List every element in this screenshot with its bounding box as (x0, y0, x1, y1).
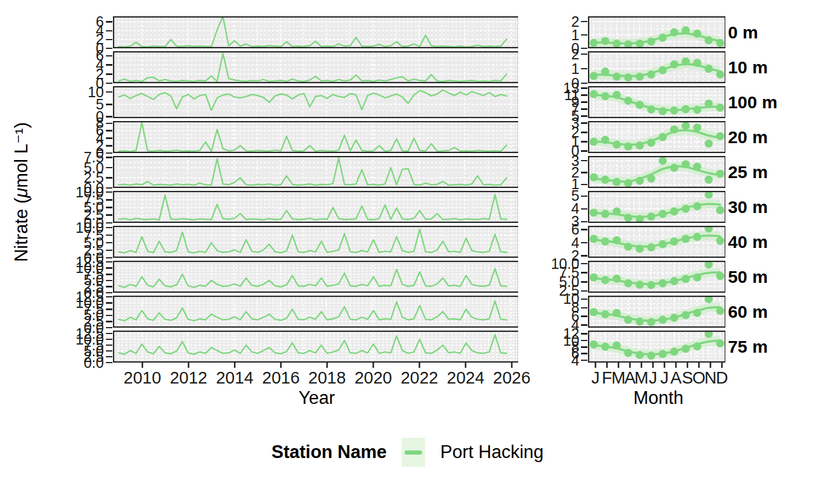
y-tick-mark (106, 167, 112, 169)
monthly-mean-point (601, 237, 610, 246)
monthly-mean-point (612, 178, 621, 186)
timeseries-panel-20m (113, 121, 518, 153)
monthly-mean-point (670, 29, 678, 37)
y-tick-mark (581, 141, 587, 143)
climatology-panel-40m (588, 226, 725, 258)
y-tick-mark (106, 214, 112, 216)
y-tick-mark (106, 267, 112, 269)
y-axis-right-25m: 123 (543, 156, 588, 188)
timeseries-panel-100m (113, 86, 518, 118)
y-tick-mark (581, 160, 587, 162)
monthly-mean-point (590, 274, 598, 282)
y-tick-mark (106, 261, 112, 263)
y-tick-mark (106, 296, 112, 298)
facet-depth-label: 100 m (725, 86, 815, 118)
monthly-mean-point (590, 235, 598, 243)
monthly-mean-point (658, 157, 667, 165)
facet-depth-label: 25 m (725, 156, 815, 188)
monthly-mean-point (658, 66, 667, 74)
monthly-mean-point (716, 272, 724, 280)
y-tick-mark (581, 108, 587, 110)
year-tick-label: 2014 (216, 368, 254, 387)
monthly-mean-point (601, 37, 610, 45)
y-tick-mark (581, 353, 587, 354)
monthly-mean-point (704, 36, 713, 44)
monthly-mean-point (670, 237, 678, 246)
facet-rows: 02460120 m024601210 m05105791113100 m024… (0, 16, 815, 365)
y-axis-left-100m: 0510 (0, 86, 113, 118)
y-tick-mark (106, 339, 112, 340)
y-tick-mark (581, 315, 587, 317)
monthly-mean-point (670, 277, 678, 285)
monthly-mean-point (612, 207, 621, 215)
monthly-mean-point (682, 160, 690, 168)
y-tick-label: 12.5 (76, 255, 104, 269)
monthly-mean-point (612, 40, 621, 48)
y-tick-mark (581, 132, 587, 133)
y-tick-label: 3 (571, 116, 579, 130)
y-axis-right-75m: 4681012 (543, 331, 588, 363)
facet-depth-label: 40 m (725, 226, 815, 258)
y-tick-mark (106, 187, 112, 189)
y-tick-mark (581, 221, 587, 223)
y-tick-label: 5 (571, 189, 579, 203)
month-tick-label: F (602, 368, 612, 387)
y-tick-mark (106, 91, 112, 93)
monthly-mean-point (612, 73, 621, 81)
monthly-mean-point (670, 61, 678, 69)
y-tick-mark (581, 122, 587, 124)
month-tick-label: O (692, 368, 706, 387)
monthly-mean-point (601, 276, 610, 284)
climatology-panel-25m (588, 156, 725, 188)
timeseries-panel-25m (113, 156, 518, 188)
timeseries-panel-30m (113, 191, 518, 223)
monthly-mean-point (601, 210, 610, 218)
monthly-mean-point (590, 173, 598, 182)
y-axis-right-0m: 012 (543, 16, 588, 48)
y-tick-mark (106, 222, 112, 224)
timeseries-panel-75m (113, 331, 518, 363)
y-tick-mark (106, 55, 112, 57)
month-tick-label: M (635, 368, 649, 387)
y-tick-label: 12.5 (76, 326, 104, 341)
y-tick-mark (106, 327, 112, 329)
y-tick-label: 10 (563, 292, 579, 306)
monthly-mean-point (670, 207, 678, 215)
y-tick-mark (581, 184, 587, 186)
climatology-panel-20m (588, 121, 725, 153)
legend-entry-label: Port Hacking (440, 442, 543, 463)
monthly-mean-point (658, 316, 667, 324)
column-spacer (518, 86, 543, 118)
monthly-mean-point (647, 105, 655, 113)
y-tick-mark (581, 346, 587, 348)
y-tick-mark (106, 130, 112, 132)
monthly-mean-point (682, 105, 690, 113)
timeseries-panel-40m (113, 226, 518, 258)
monthly-mean-point (624, 316, 632, 324)
monthly-mean-point (693, 309, 701, 317)
y-tick-label: 1 (571, 28, 579, 42)
monthly-mean-point (590, 340, 598, 349)
year-tick-label: 2022 (401, 368, 438, 387)
monthly-mean-point (693, 202, 701, 210)
monthly-mean-point (647, 352, 655, 360)
monthly-mean-point (716, 132, 724, 140)
y-tick-mark (581, 360, 587, 361)
facet-row-25m: 0.02.55.07.512325 m (0, 156, 815, 188)
facet-depth-label: 75 m (725, 331, 815, 363)
monthly-mean-point (658, 350, 667, 358)
y-tick-mark (106, 274, 112, 275)
monthly-mean-point (647, 70, 655, 79)
y-tick-label: 2 (571, 15, 579, 29)
y-tick-mark (581, 172, 587, 173)
column-spacer (518, 121, 543, 153)
y-tick-mark (106, 199, 112, 201)
monthly-mean-point (590, 308, 598, 316)
y-axis-left-75m: 0.02.55.07.510.012.5 (0, 331, 113, 363)
y-tick-mark (106, 104, 112, 105)
monthly-mean-point (704, 140, 713, 148)
monthly-mean-point (612, 309, 621, 317)
y-tick-mark (106, 280, 112, 282)
climatology-panel-75m (588, 331, 725, 363)
y-tick-mark (581, 68, 587, 70)
